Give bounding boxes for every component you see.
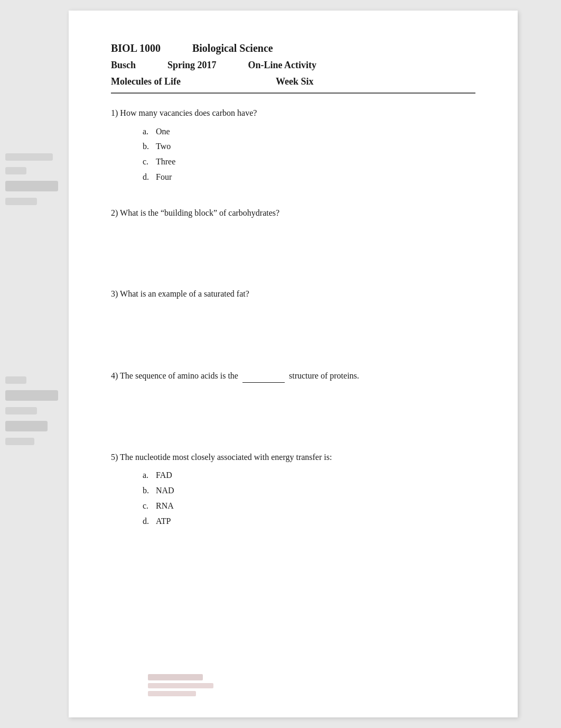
answer-5b: NAD (143, 483, 475, 499)
answer-5c: RNA (143, 499, 475, 514)
question-4: 4) The sequence of amino acids is the st… (111, 368, 475, 429)
question-4-blank (242, 368, 285, 383)
preview-line-2 (148, 683, 213, 688)
question-3-answer-space (111, 305, 475, 347)
answer-1c: Three (143, 154, 475, 170)
header-row-3: Molecules of Life Week Six (111, 76, 475, 87)
sidebar-label (5, 421, 48, 431)
question-5-text: 5) The nucleotide most closely associate… (111, 450, 475, 464)
header-row-2: Busch Spring 2017 On-Line Activity (111, 60, 475, 71)
activity-type: On-Line Activity (248, 60, 317, 71)
sidebar-block (5, 167, 26, 174)
question-4-number: 4) (111, 371, 118, 380)
header-section: BIOL 1000 Biological Science Busch Sprin… (111, 42, 475, 87)
bottom-preview (148, 674, 217, 696)
question-1-content: How many vacancies does carbon have? (120, 108, 257, 117)
question-5-answers: FAD NAD RNA ATP (111, 468, 475, 529)
sidebar-block (5, 153, 53, 161)
sidebar-item-4 (5, 198, 69, 205)
sidebar-item-7 (5, 407, 69, 414)
sidebar-label (5, 181, 58, 191)
question-1-number: 1) (111, 108, 118, 117)
sidebar-label (5, 390, 58, 401)
question-3-text: 3) What is an example of a saturated fat… (111, 287, 475, 301)
answer-5a: FAD (143, 468, 475, 483)
course-name: Biological Science (192, 42, 273, 54)
question-4-text-after: structure of proteins. (289, 371, 359, 380)
document: BIOL 1000 Biological Science Busch Sprin… (69, 11, 518, 717)
question-5-number: 5) (111, 453, 118, 462)
question-2: 2) What is the “building block” of carbo… (111, 206, 475, 266)
sidebar-item-6 (5, 390, 69, 401)
question-5-content: The nucleotide most closely associated w… (120, 453, 332, 462)
instructor-name: Busch (111, 60, 136, 71)
sidebar-item-1 (5, 153, 69, 161)
question-1: 1) How many vacancies does carbon have? … (111, 106, 475, 185)
question-2-text: 2) What is the “building block” of carbo… (111, 206, 475, 220)
question-2-answer-space (111, 224, 475, 266)
answer-1d: Four (143, 170, 475, 185)
question-3-number: 3) (111, 289, 118, 298)
sidebar-block (5, 198, 37, 205)
question-2-content: What is the “building block” of carbohyd… (120, 208, 279, 217)
page-wrapper: BIOL 1000 Biological Science Busch Sprin… (0, 11, 561, 717)
topic-title: Molecules of Life (111, 76, 181, 87)
week-label: Week Six (276, 76, 314, 87)
course-code: BIOL 1000 (111, 42, 161, 54)
sidebar-block (5, 407, 37, 414)
sidebar-block (5, 438, 34, 445)
question-5: 5) The nucleotide most closely associate… (111, 450, 475, 529)
question-4-text-before: The sequence of amino acids is the (120, 371, 238, 380)
sidebar-item-8 (5, 421, 69, 431)
question-1-answers: One Two Three Four (111, 124, 475, 185)
question-1-text: 1) How many vacancies does carbon have? (111, 106, 475, 120)
answer-5d: ATP (143, 514, 475, 529)
sidebar-item-2 (5, 167, 69, 174)
question-3-content: What is an example of a saturated fat? (120, 289, 249, 298)
question-4-text: 4) The sequence of amino acids is the st… (111, 368, 475, 383)
sidebar-item-9 (5, 438, 69, 445)
sidebar-block (5, 376, 26, 384)
answer-1a: One (143, 124, 475, 140)
sidebar-item-5 (5, 376, 69, 384)
answer-1b: Two (143, 139, 475, 154)
question-4-answer-space (111, 387, 475, 429)
preview-line-3 (148, 691, 196, 696)
semester: Spring 2017 (167, 60, 217, 71)
header-row-1: BIOL 1000 Biological Science (111, 42, 475, 54)
question-2-number: 2) (111, 208, 118, 217)
preview-line-1 (148, 674, 203, 680)
sidebar-item-3 (5, 181, 69, 191)
question-3: 3) What is an example of a saturated fat… (111, 287, 475, 347)
sidebar-left (0, 11, 69, 717)
questions-section: 1) How many vacancies does carbon have? … (111, 106, 475, 529)
header-divider (111, 93, 475, 94)
